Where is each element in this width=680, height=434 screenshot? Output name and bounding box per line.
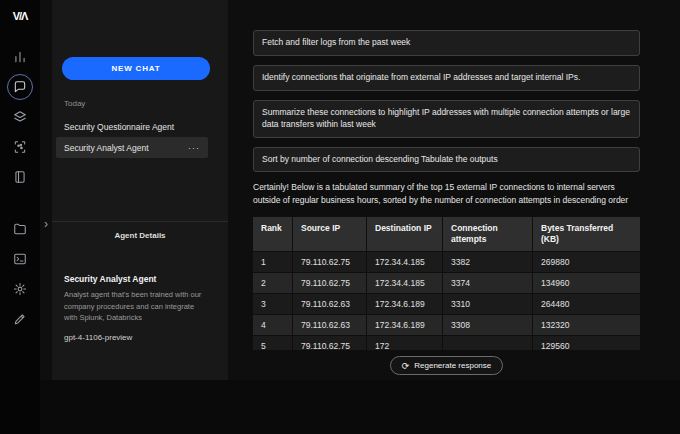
chat-item-menu-icon[interactable]: ··· bbox=[188, 143, 200, 153]
icon-rail: V/Λ bbox=[0, 0, 40, 434]
user-message: Sort by number of connection descending … bbox=[253, 147, 640, 173]
table-row: 1 79.110.62.75 172.34.4.185 3382 269880 bbox=[253, 251, 640, 272]
edit-icon[interactable] bbox=[7, 306, 33, 332]
table-row: 3 79.110.62.63 172.34.6.189 3310 264480 bbox=[253, 293, 640, 314]
terminal-icon[interactable] bbox=[7, 246, 33, 272]
settings-icon[interactable] bbox=[7, 276, 33, 302]
chat-list-item-security-analyst-agent[interactable]: Security Analyst Agent ··· bbox=[56, 137, 208, 158]
cell-destination-ip: 172.34.6.189 bbox=[367, 315, 443, 335]
sidebar: NEW CHAT Today Security Questionnaire Ag… bbox=[52, 0, 228, 380]
cell-destination-ip: 172.34.4.185 bbox=[367, 273, 443, 293]
cell-destination-ip: 172 bbox=[367, 336, 443, 350]
table-header-row: Rank Source IP Destination IP Connection… bbox=[253, 217, 640, 251]
cell-connection-attempts: 3374 bbox=[443, 273, 533, 293]
column-header: Destination IP bbox=[367, 217, 443, 251]
agent-details-heading: Agent Details bbox=[52, 231, 228, 240]
results-table: Rank Source IP Destination IP Connection… bbox=[253, 217, 640, 350]
table-row: 4 79.110.62.63 172.34.6.189 3308 132320 bbox=[253, 314, 640, 335]
chat-icon[interactable] bbox=[7, 74, 33, 100]
column-header: Bytes Transferred (KB) bbox=[533, 217, 640, 251]
regenerate-container: ⟳ Regenerate response bbox=[253, 356, 640, 375]
cell-source-ip: 79.110.62.75 bbox=[293, 273, 367, 293]
cell-rank: 5 bbox=[253, 336, 293, 350]
cell-connection-attempts: 3310 bbox=[443, 294, 533, 314]
cell-rank: 2 bbox=[253, 273, 293, 293]
model-icon[interactable] bbox=[7, 134, 33, 160]
cell-connection-attempts bbox=[443, 336, 533, 350]
column-header: Source IP bbox=[293, 217, 367, 251]
regenerate-response-button[interactable]: ⟳ Regenerate response bbox=[390, 356, 504, 375]
user-message: Fetch and filter logs from the past week bbox=[253, 30, 640, 56]
refresh-icon: ⟳ bbox=[402, 361, 410, 371]
cell-source-ip: 79.110.62.75 bbox=[293, 336, 367, 350]
chat-main-area: Fetch and filter logs from the past week… bbox=[228, 0, 680, 434]
cell-bytes-transferred: 132320 bbox=[533, 315, 640, 335]
conversation: Fetch and filter logs from the past week… bbox=[253, 30, 640, 350]
regenerate-label: Regenerate response bbox=[414, 361, 491, 370]
chat-history-section-label: Today bbox=[64, 99, 85, 108]
agent-description: Analyst agent that's been trained with o… bbox=[64, 289, 209, 324]
new-chat-button[interactable]: NEW CHAT bbox=[62, 57, 210, 80]
analytics-icon[interactable] bbox=[7, 44, 33, 70]
cell-rank: 4 bbox=[253, 315, 293, 335]
cell-destination-ip: 172.34.6.189 bbox=[367, 294, 443, 314]
chat-item-label: Security Analyst Agent bbox=[64, 143, 149, 153]
assistant-response-text: Certainly! Below is a tabulated summary … bbox=[253, 181, 640, 207]
user-message: Summarize these connections to highlight… bbox=[253, 100, 640, 138]
folder-icon[interactable] bbox=[7, 216, 33, 242]
cell-bytes-transferred: 269880 bbox=[533, 252, 640, 272]
cell-bytes-transferred: 129560 bbox=[533, 336, 640, 350]
agent-name: Security Analyst Agent bbox=[64, 274, 156, 284]
app-window: V/Λ › NEW CHAT Today bbox=[0, 0, 680, 434]
cell-bytes-transferred: 134960 bbox=[533, 273, 640, 293]
chat-list-item-security-questionnaire-agent[interactable]: Security Questionnaire Agent bbox=[56, 116, 208, 137]
notebook-icon[interactable] bbox=[7, 164, 33, 190]
table-row: 5 79.110.62.75 172 129560 bbox=[253, 335, 640, 350]
cell-source-ip: 79.110.62.63 bbox=[293, 294, 367, 314]
sidebar-collapse-toggle[interactable]: › bbox=[40, 212, 52, 236]
cell-connection-attempts: 3382 bbox=[443, 252, 533, 272]
cell-source-ip: 79.110.62.75 bbox=[293, 252, 367, 272]
cell-rank: 1 bbox=[253, 252, 293, 272]
agent-model-name: gpt-4-1106-preview bbox=[64, 333, 132, 342]
layers-icon[interactable] bbox=[7, 104, 33, 130]
app-logo: V/Λ bbox=[13, 10, 28, 22]
table-row: 2 79.110.62.75 172.34.4.185 3374 134960 bbox=[253, 272, 640, 293]
bottom-bar bbox=[40, 380, 680, 434]
cell-rank: 3 bbox=[253, 294, 293, 314]
cell-bytes-transferred: 264480 bbox=[533, 294, 640, 314]
column-header: Connection attempts bbox=[443, 217, 533, 251]
column-header: Rank bbox=[253, 217, 293, 251]
cell-destination-ip: 172.34.4.185 bbox=[367, 252, 443, 272]
chat-item-label: Security Questionnaire Agent bbox=[64, 122, 174, 132]
cell-connection-attempts: 3308 bbox=[443, 315, 533, 335]
sidebar-divider bbox=[52, 221, 228, 222]
cell-source-ip: 79.110.62.63 bbox=[293, 315, 367, 335]
user-message: Identify connections that originate from… bbox=[253, 65, 640, 91]
